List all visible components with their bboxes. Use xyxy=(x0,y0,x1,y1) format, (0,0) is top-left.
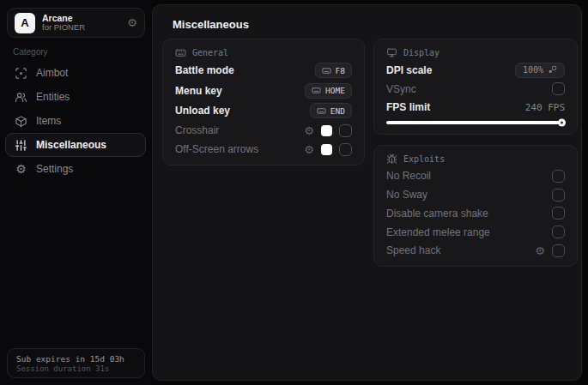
unload-key-keybind[interactable]: END xyxy=(310,103,352,118)
keyboard-icon xyxy=(322,66,331,75)
sliders-icon xyxy=(15,139,27,152)
fps-limit-row: FPS limit 240 FPS xyxy=(386,100,565,115)
sidebar-item-label: Miscellaneous xyxy=(36,139,106,151)
exploits-card-header: Exploits xyxy=(386,153,565,165)
keybind-value: END xyxy=(330,106,345,116)
dpi-scale-value: 100% xyxy=(523,65,543,75)
exploits-header-label: Exploits xyxy=(403,154,445,164)
battle-mode-keybind[interactable]: F8 xyxy=(315,63,352,78)
no-sway-checkbox[interactable] xyxy=(552,189,565,202)
crosshair-row: Crosshair ⚙ xyxy=(175,123,352,138)
keybind-value: F8 xyxy=(336,66,345,75)
sidebar-item-label: Aimbot xyxy=(36,67,68,79)
sidebar-item-entities[interactable]: Entities xyxy=(5,85,146,109)
vsync-checkbox[interactable] xyxy=(552,82,565,95)
keyboard-icon xyxy=(312,86,321,95)
keyboard-icon xyxy=(175,47,186,58)
fps-limit-slider[interactable] xyxy=(386,118,565,126)
speed-hack-checkbox[interactable] xyxy=(552,244,565,257)
category-label: Category xyxy=(13,47,48,57)
scale-icon xyxy=(548,65,557,75)
general-card: General Battle mode F8 Menu key HOME Unl… xyxy=(162,39,365,165)
crosshair-label: Crosshair xyxy=(175,124,219,136)
sidebar-item-settings[interactable]: ⚙ Settings xyxy=(5,157,146,181)
no-recoil-row: No Recoil xyxy=(386,169,565,183)
sidebar: A Arcane for PIONER ⚙ Category Aimbot En… xyxy=(0,0,151,385)
scan-crosshair-icon xyxy=(15,67,27,80)
fps-limit-label: FPS limit xyxy=(386,101,430,113)
offscreen-arrows-color-swatch[interactable] xyxy=(321,144,332,155)
dpi-scale-label: DPI scale xyxy=(386,64,432,76)
app-header-card: A Arcane for PIONER ⚙ xyxy=(7,8,145,38)
keybind-value: HOME xyxy=(325,86,345,95)
main-panel: Miscellaneous General Battle mode F8 Men… xyxy=(152,4,582,381)
monitor-icon xyxy=(386,47,397,58)
sub-expiry-text: Sub expires in 15d 03h xyxy=(16,354,136,364)
no-recoil-label: No Recoil xyxy=(386,170,431,182)
display-header-label: Display xyxy=(403,48,439,57)
dpi-scale-select[interactable]: 100% xyxy=(515,63,565,78)
crosshair-checkbox[interactable] xyxy=(339,124,352,137)
subscription-card: Sub expires in 15d 03h Session duration … xyxy=(7,348,145,378)
sidebar-item-miscellaneous[interactable]: Miscellaneous xyxy=(5,133,146,157)
no-sway-row: No Sway xyxy=(386,188,565,202)
sidebar-item-label: Items xyxy=(36,115,61,127)
battle-mode-label: Battle mode xyxy=(175,64,234,76)
speed-hack-row: Speed hack ⚙ xyxy=(386,244,565,258)
no-sway-label: No Sway xyxy=(386,189,427,201)
disable-camera-shake-row: Disable camera shake xyxy=(386,206,565,220)
sidebar-item-label: Entities xyxy=(36,91,70,103)
menu-key-keybind[interactable]: HOME xyxy=(305,83,352,99)
extended-melee-range-label: Extended melee range xyxy=(386,226,490,238)
general-card-header: General xyxy=(175,47,352,58)
gear-icon: ⚙ xyxy=(15,163,27,176)
slider-track xyxy=(386,121,565,124)
unload-key-row: Unload key END xyxy=(175,103,352,118)
app-logo: A xyxy=(15,13,35,33)
vsync-row: VSync xyxy=(386,81,565,96)
disable-camera-shake-label: Disable camera shake xyxy=(386,208,488,220)
unload-key-label: Unload key xyxy=(175,105,230,117)
offscreen-arrows-checkbox[interactable] xyxy=(339,143,352,156)
menu-key-row: Menu key HOME xyxy=(175,83,352,99)
crosshair-color-swatch[interactable] xyxy=(321,125,332,136)
keyboard-icon xyxy=(317,106,326,116)
extended-melee-range-row: Extended melee range xyxy=(386,225,565,239)
crosshair-gear-icon[interactable]: ⚙ xyxy=(304,125,314,136)
menu-key-label: Menu key xyxy=(175,85,222,97)
box-package-icon xyxy=(15,115,27,128)
exploits-card: Exploits No Recoil No Sway Disable camer… xyxy=(373,145,578,267)
display-card-header: Display xyxy=(386,47,565,58)
sidebar-item-aimbot[interactable]: Aimbot xyxy=(5,61,146,85)
speed-hack-gear-icon[interactable]: ⚙ xyxy=(535,245,545,256)
offscreen-arrows-gear-icon[interactable]: ⚙ xyxy=(304,144,314,155)
sidebar-nav: Aimbot Entities Items Miscellaneous ⚙ Se… xyxy=(5,61,146,181)
bug-icon xyxy=(386,153,397,165)
no-recoil-checkbox[interactable] xyxy=(552,170,565,183)
app-settings-gear-icon[interactable]: ⚙ xyxy=(127,16,137,29)
disable-camera-shake-checkbox[interactable] xyxy=(552,207,565,220)
offscreen-arrows-row: Off-Screen arrows ⚙ xyxy=(175,142,352,157)
general-header-label: General xyxy=(192,48,228,57)
page-title: Miscellaneous xyxy=(173,18,249,31)
app-logo-letter: A xyxy=(21,16,28,29)
sidebar-item-items[interactable]: Items xyxy=(5,109,146,133)
fps-limit-value: 240 FPS xyxy=(525,102,565,113)
dpi-scale-row: DPI scale 100% xyxy=(386,63,565,78)
app-subtitle: for PIONER xyxy=(42,23,85,33)
battle-mode-row: Battle mode F8 xyxy=(175,63,352,78)
sidebar-item-label: Settings xyxy=(36,163,73,175)
offscreen-arrows-label: Off-Screen arrows xyxy=(175,143,258,155)
display-card: Display DPI scale 100% VSync FPS limit 2… xyxy=(373,39,578,135)
vsync-label: VSync xyxy=(386,83,416,95)
app-meta: Arcane for PIONER xyxy=(42,13,85,33)
session-duration-text: Session duration 31s xyxy=(16,364,136,373)
speed-hack-label: Speed hack xyxy=(386,244,440,256)
slider-knob[interactable] xyxy=(558,118,566,126)
extended-melee-range-checkbox[interactable] xyxy=(552,226,565,238)
entities-users-icon xyxy=(15,91,27,104)
